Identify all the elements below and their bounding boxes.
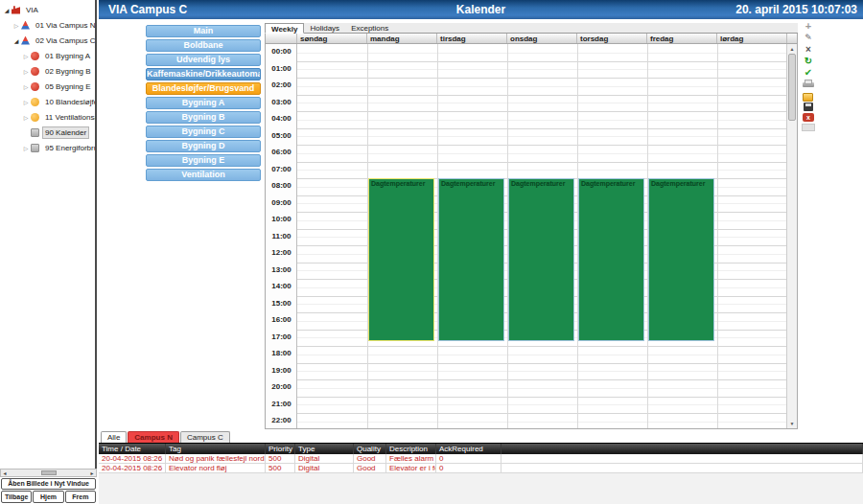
alarm-tab-campus-n[interactable]: Campus N: [128, 431, 179, 443]
tree-item-label: 95 Energiforbrug: [42, 142, 97, 154]
zone-button-boldbane[interactable]: Boldbane: [146, 39, 261, 52]
zone-button-bygning-b[interactable]: Bygning B: [146, 111, 261, 124]
apply-icon[interactable]: ✔: [802, 67, 815, 78]
tilbage-button[interactable]: Tilbage: [1, 491, 32, 503]
alarm-tab-campus-c[interactable]: Campus C: [180, 431, 230, 443]
export-excel-icon[interactable]: x: [803, 113, 814, 122]
half-hour-gridline: [297, 53, 787, 54]
tree-item-11-ventilationsanl-g[interactable]: ▷11 Ventilationsanlæg: [0, 109, 95, 125]
open-folder-icon[interactable]: [802, 90, 815, 101]
tree-item-95-energiforbrug[interactable]: ▷95 Energiforbrug: [0, 140, 95, 155]
zone-button-blandesl-jfer-brugsvand[interactable]: Blandesløjfer/Brugsvand: [146, 82, 261, 95]
expand-arrow-icon[interactable]: ▷: [12, 22, 21, 29]
calendar-event-mandag[interactable]: Dagtemperaturer: [368, 178, 434, 341]
expand-arrow-icon[interactable]: ▷: [21, 99, 31, 105]
tree-item-10-blandesl-jfer[interactable]: ▷10 Blandesløjfer: [0, 94, 95, 109]
edit-icon[interactable]: ✎: [802, 33, 815, 43]
alarm-tab-alle[interactable]: Alle: [101, 431, 127, 443]
tree-item-02-via-campus-c[interactable]: ◢02 Via Campus C: [0, 33, 95, 48]
scroll-up-icon[interactable]: ▲: [787, 44, 797, 54]
alarm-column-header-description[interactable]: Description: [386, 444, 436, 454]
half-hour-gridline: [297, 355, 787, 355]
factory-icon: [12, 6, 20, 14]
tree-horizontal-scrollbar[interactable]: ◄ ►: [0, 469, 97, 477]
tree-item-label: 90 Kalender: [42, 126, 89, 139]
save-icon[interactable]: [802, 102, 815, 112]
calendar-grid: 00:0001:0002:0003:0004:0005:0006:0007:00…: [265, 44, 798, 429]
calendar-vertical-scrollbar[interactable]: ▲ ▼: [786, 44, 797, 428]
tree-item-via[interactable]: ◢VIA: [0, 2, 95, 17]
tree-item-label: VIA: [23, 4, 41, 16]
frem-button[interactable]: Frem: [65, 491, 96, 503]
half-hour-gridline: [297, 371, 787, 372]
zone-button-bygning-a[interactable]: Bygning A: [146, 97, 261, 109]
zone-button-main[interactable]: Main: [146, 25, 261, 37]
calendar-tab-holidays[interactable]: Holidays: [304, 23, 345, 33]
building-red-icon: [31, 82, 39, 91]
alarm-table-header: Time / DateTagPriorityTypeQualityDescrip…: [99, 443, 863, 454]
expand-arrow-icon[interactable]: ▷: [21, 114, 31, 121]
zone-button-bygning-e[interactable]: Bygning E: [146, 154, 261, 167]
hour-gridline: [297, 61, 787, 62]
tree-item-01-via-campus-n[interactable]: ▷01 Via Campus N: [0, 17, 95, 33]
zone-button-bygning-d[interactable]: Bygning D: [146, 140, 261, 152]
alarm-column-header-filler[interactable]: [501, 444, 863, 454]
delete-icon[interactable]: ×: [802, 44, 815, 55]
refresh-icon[interactable]: ↻: [802, 56, 815, 66]
expand-arrow-icon[interactable]: ▷: [21, 68, 31, 75]
loop-yellow-icon: [31, 113, 39, 122]
alarm-column-header-quality[interactable]: Quality: [354, 444, 386, 454]
zone-button-udvendig-lys[interactable]: Udvendig lys: [146, 54, 261, 66]
tree-item-label: 01 Bygning A: [42, 50, 93, 62]
hour-label: 09:00: [266, 195, 297, 207]
alarm-row[interactable]: 20-04-2015 08:26Elevator nord fløj500Dig…: [99, 464, 863, 473]
alarm-column-header-ackrequired[interactable]: AckRequired: [436, 444, 501, 454]
tree-item-02-bygning-b[interactable]: ▷02 Bygning B: [0, 63, 95, 79]
scroll-down-icon[interactable]: ▼: [787, 419, 797, 428]
alarm-column-header-priority[interactable]: Priority: [266, 444, 295, 454]
alarm-column-header-tag[interactable]: Tag: [166, 444, 266, 454]
tree-item-90-kalender[interactable]: 90 Kalender: [0, 125, 95, 140]
alarm-panel: AlleCampus NCampus C Time / DateTagPrior…: [99, 430, 863, 504]
alarm-row[interactable]: 20-04-2015 08:26Nød og panik fællesfejl …: [99, 454, 863, 464]
calendar-event-tirsdag[interactable]: Dagtemperaturer: [438, 178, 504, 341]
calendar-tab-exceptions[interactable]: Exceptions: [345, 23, 394, 33]
calendar-panel: WeeklyHolidaysExceptions søndagmandagtir…: [265, 23, 798, 431]
expand-arrow-icon[interactable]: ▷: [21, 145, 31, 151]
expand-arrow-icon[interactable]: ▷: [21, 83, 31, 90]
footer-nav-buttons: TilbageHjemFrem: [1, 491, 96, 503]
hour-label: 10:00: [266, 212, 297, 223]
tree-item-label: 05 Bygning E: [42, 80, 94, 93]
alarm-cell: 20-04-2015 08:26: [99, 454, 166, 463]
add-icon[interactable]: +: [802, 21, 815, 32]
tree-item-label: 01 Via Campus N: [33, 19, 97, 32]
calendar-event-torsdag[interactable]: Dagtemperaturer: [578, 178, 644, 341]
expand-arrow-icon[interactable]: ▷: [21, 53, 31, 59]
zone-button-ventilation[interactable]: Ventilation: [146, 169, 261, 181]
collapse-arrow-icon[interactable]: ◢: [12, 37, 21, 44]
print-icon[interactable]: [802, 79, 815, 89]
tree-item-01-bygning-a[interactable]: ▷01 Bygning A: [0, 48, 95, 63]
alarm-column-header-time-date[interactable]: Time / Date: [99, 444, 166, 454]
calendar-tab-weekly[interactable]: Weekly: [265, 23, 304, 34]
alarm-column-header-type[interactable]: Type: [295, 444, 354, 454]
calendar-event-onsdag[interactable]: Dagtemperaturer: [508, 178, 574, 341]
scroll-left-icon[interactable]: ◄: [1, 470, 9, 476]
half-hour-gridline: [297, 170, 787, 171]
time-gutter-header: [266, 34, 297, 43]
open-in-new-window-button[interactable]: Åben Billede i Nyt Vindue: [1, 478, 96, 490]
zone-button-kaffemaskine-drikkeautomat[interactable]: Kaffemaskine/Drikkeautomat: [146, 68, 261, 80]
hour-label: 07:00: [266, 162, 297, 173]
hour-label: 00:00: [266, 44, 297, 56]
alarm-cell: [501, 464, 863, 472]
scrollbar-thumb[interactable]: [41, 470, 57, 475]
scrollbar-thumb[interactable]: [788, 54, 796, 121]
calendar-event-fredag[interactable]: Dagtemperaturer: [648, 178, 714, 341]
zone-button-bygning-c[interactable]: Bygning C: [146, 126, 261, 138]
tree-item-05-bygning-e[interactable]: ▷05 Bygning E: [0, 79, 95, 94]
tree-item-label: 02 Via Campus C: [33, 34, 97, 47]
hjem-button[interactable]: Hjem: [33, 491, 63, 503]
collapse-arrow-icon[interactable]: ◢: [2, 7, 12, 13]
scroll-right-icon[interactable]: ►: [88, 470, 96, 476]
hour-gridline: [297, 128, 787, 129]
